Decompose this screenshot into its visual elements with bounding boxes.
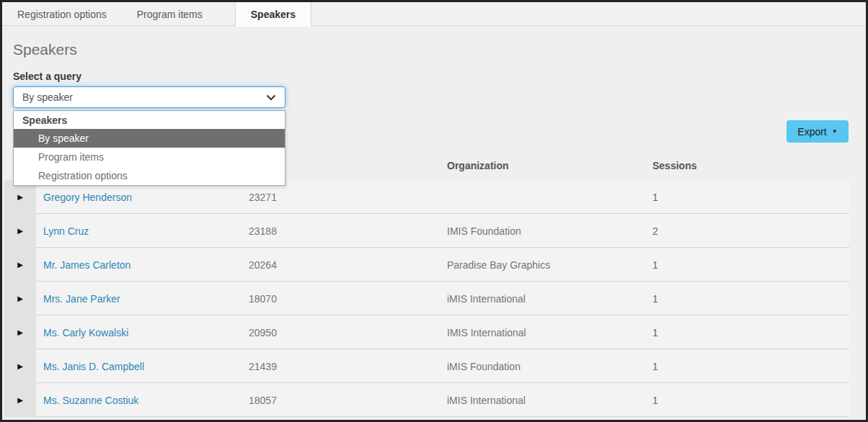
caret-down-icon: ▼ — [832, 128, 838, 135]
expand-row-icon[interactable]: ▶ — [17, 329, 23, 336]
speaker-sessions: 1 — [652, 395, 849, 406]
tab-registration-options[interactable]: Registration options — [2, 2, 122, 26]
table-row: ▶ Ms. Janis D. Campbell 21439 iMIS Found… — [4, 349, 849, 383]
speaker-sessions: 1 — [652, 293, 849, 305]
speaker-name-link[interactable]: Ms. Janis D. Campbell — [43, 361, 144, 372]
expander-cell: ▶ — [4, 383, 36, 417]
speaker-organization: iMIS International — [447, 395, 652, 406]
speaker-sessions: 1 — [652, 192, 849, 203]
speaker-name-link[interactable]: Gregory Henderson — [43, 192, 132, 203]
speaker-organization: IMIS International — [447, 327, 652, 338]
speaker-id: 23271 — [249, 192, 447, 203]
tab-program-items[interactable]: Program items — [122, 2, 218, 26]
chevron-down-icon — [266, 94, 276, 101]
query-label: Select a query — [13, 71, 81, 82]
expand-row-icon[interactable]: ▶ — [17, 261, 23, 269]
dropdown-option-program-items[interactable]: Program items — [14, 148, 285, 166]
expander-cell: ▶ — [4, 248, 36, 282]
speaker-organization: IMIS Foundation — [447, 225, 652, 237]
dropdown-option-by-speaker[interactable]: By speaker — [14, 129, 285, 148]
speaker-name-link[interactable]: Lynn Cruz — [43, 225, 89, 237]
page-title: Speakers — [13, 41, 77, 58]
expander-cell: ▶ — [4, 282, 36, 315]
table-body: ▶ Gregory Henderson 23271 1 ▶ Lynn Cruz … — [4, 180, 849, 417]
tab-bar: Registration options Program items Speak… — [2, 2, 866, 26]
speaker-sessions: 1 — [652, 327, 849, 338]
speaker-id: 20264 — [249, 259, 447, 271]
table-row: ▶ Mr. James Carleton 20264 Paradise Bay … — [4, 248, 849, 282]
query-select[interactable]: By speaker — [13, 86, 285, 108]
speaker-id: 18057 — [249, 395, 447, 406]
expander-cell: ▶ — [4, 349, 36, 383]
expand-row-icon[interactable]: ▶ — [17, 228, 23, 235]
table-row: ▶ Ms. Suzanne Costiuk 18057 iMIS Interna… — [4, 383, 849, 417]
expand-row-icon[interactable]: ▶ — [17, 194, 23, 201]
expand-row-icon[interactable]: ▶ — [17, 363, 23, 370]
speaker-name-link[interactable]: Ms. Suzanne Costiuk — [43, 395, 138, 406]
expander-cell: ▶ — [4, 214, 36, 248]
speakers-page: Registration options Program items Speak… — [0, 0, 868, 422]
speaker-id: 18070 — [249, 293, 447, 305]
export-button[interactable]: Export ▼ — [787, 120, 849, 143]
export-button-label: Export — [797, 126, 826, 138]
dropdown-group-label: Speakers — [14, 111, 285, 129]
dropdown-option-registration-options[interactable]: Registration options — [14, 166, 285, 185]
speaker-organization: iMIS Foundation — [447, 361, 652, 372]
column-header-sessions: Sessions — [652, 160, 849, 171]
table-row: ▶ Lynn Cruz 23188 IMIS Foundation 2 — [4, 214, 849, 248]
expand-row-icon[interactable]: ▶ — [17, 397, 23, 404]
speaker-name-link[interactable]: Mr. James Carleton — [43, 259, 130, 271]
table-row: ▶ Ms. Carly Kowalski 20950 IMIS Internat… — [4, 315, 849, 349]
speaker-id: 23188 — [249, 225, 447, 237]
table-row: ▶ Mrs. Jane Parker 18070 iMIS Internatio… — [4, 282, 849, 315]
speaker-organization: Paradise Bay Graphics — [447, 259, 652, 271]
speaker-sessions: 2 — [652, 225, 849, 237]
speaker-sessions: 1 — [652, 361, 849, 372]
column-header-organization: Organization — [447, 160, 652, 171]
speaker-name-link[interactable]: Ms. Carly Kowalski — [43, 327, 128, 338]
speaker-name-link[interactable]: Mrs. Jane Parker — [43, 293, 120, 305]
speaker-id: 21439 — [249, 361, 447, 372]
expand-row-icon[interactable]: ▶ — [17, 295, 23, 302]
expander-cell: ▶ — [4, 315, 36, 349]
query-dropdown: Speakers By speaker Program items Regist… — [13, 110, 285, 186]
query-select-value: By speaker — [22, 91, 73, 103]
speaker-sessions: 1 — [652, 259, 849, 271]
speaker-id: 20950 — [249, 327, 447, 338]
tab-speakers[interactable]: Speakers — [235, 2, 311, 27]
speaker-organization: iMIS International — [447, 293, 652, 305]
